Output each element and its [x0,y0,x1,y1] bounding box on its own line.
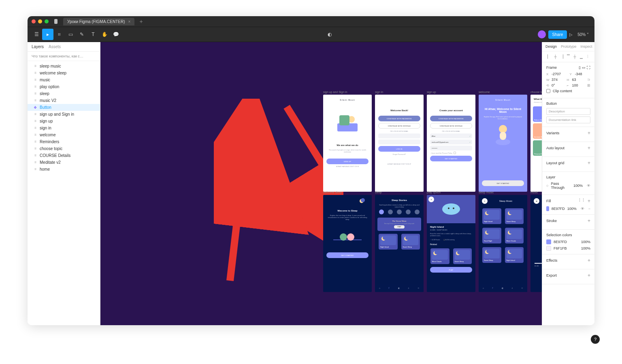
tab-prototype[interactable]: Prototype [561,44,577,51]
frame-w[interactable]: 374 [552,78,558,82]
fill-hex[interactable]: 8E97FD [552,207,565,211]
add-export-button[interactable]: + [588,273,590,278]
close-window-icon[interactable] [32,19,36,23]
minimize-window-icon[interactable] [38,19,42,23]
frame-radius[interactable]: 100 [572,83,578,87]
fill-visibility-icon[interactable]: 👁 [581,207,584,211]
user-avatar[interactable] [538,30,546,38]
add-stroke-button[interactable]: + [588,218,590,224]
button-component[interactable]: SIGN UP [222,180,257,186]
artboard-play-option[interactable]: play option ‹ Night Island 45 MIN · SLEE… [427,195,475,292]
color-profile-icon[interactable]: ◐ [324,29,335,40]
layer-sign-up-and-sign-in[interactable]: ⌗sign up and Sign in [28,111,100,118]
constrain-icon[interactable]: ⊃ [587,78,590,82]
fill-remove-icon[interactable]: − [588,207,590,211]
visibility-icon[interactable]: 👁 [587,184,590,188]
fill-swatch[interactable] [546,206,549,211]
artboard-welcome-sleep[interactable]: welcome sleep Wecome to Sleep Explore th… [323,195,372,292]
layer-music[interactable]: ⌗music [28,76,100,83]
comment-tool[interactable]: 💬 [110,29,121,40]
align-center-v-icon[interactable]: ┼ [572,54,577,59]
layer-section: Layer ○Pass Through100%👁 [542,172,594,195]
layer-home[interactable]: ⌗home [28,166,100,173]
add-tab-button[interactable]: + [139,18,143,25]
layer-course-details[interactable]: ⌗COURSE Details [28,152,100,159]
description-input[interactable]: Description [546,108,590,115]
clip-content-checkbox[interactable] [546,89,550,93]
file-tab[interactable]: Уроки Figma (FIGMA.CENTER) × [63,18,134,25]
tab-assets[interactable]: Assets [49,44,61,51]
layer-welcome-sleep[interactable]: ⌗welcome sleep [28,70,100,76]
hand-tool[interactable]: ✋ [99,29,110,40]
layer-sleep[interactable]: ⌗sleep [28,90,100,97]
rectangle-tool[interactable]: ▭ [65,29,76,40]
frame-y[interactable]: -348 [575,72,582,76]
frame-x[interactable]: -2707 [552,72,561,76]
selected-component[interactable]: Button SIGN UP 374 × 63 [222,180,257,186]
add-effect-button[interactable]: + [588,258,590,263]
artboard-sleep-music[interactable]: sleep music ‹Sleep Music Night Island Sw… [479,195,527,292]
layer-sleep-music[interactable]: ⌗sleep music [28,63,100,70]
layer-sign-in[interactable]: ⌗sign in [28,125,100,131]
share-button[interactable]: Share [548,30,567,39]
artboard-signin[interactable]: sign in Welcome Back! CONTINUE WITH FACE… [375,95,424,192]
artboard-signup-signin[interactable]: sign up and Sign in Silent Moon We are w… [323,95,372,192]
artboard-welcome[interactable]: welcome Silent Moon Hi Afsar, Welcome to… [479,95,527,192]
layer-sign-up[interactable]: ⌗sign up [28,118,100,125]
present-button[interactable]: ▷ [569,32,573,37]
help-button[interactable]: ? [591,335,600,341]
tab-design[interactable]: Design [545,44,557,51]
resize-handle-br[interactable] [255,184,258,187]
tab-layers[interactable]: Layers [32,44,44,51]
topic-card: Increase Happiness [533,123,542,139]
align-top-icon[interactable]: ▔ [566,54,571,59]
layer-play-option[interactable]: ⌗play option [28,83,100,90]
layer-reminders[interactable]: ⌗Reminders [28,138,100,145]
layer-music-v2[interactable]: ⌗music V2 [28,97,100,104]
artboard-sleep[interactable]: sleep Sleep Stories Soothing bedtime sto… [375,195,424,292]
artboard-choose-topic[interactable]: choose topic What Brings you to Silent M… [530,95,542,192]
align-left-icon[interactable]: ▏ [546,54,552,59]
svg-rect-8 [500,132,506,140]
artboard-music[interactable]: music × ♡⬇ Night Island SLEEP MUSIC ↺ ❚❚… [530,195,542,292]
maximize-window-icon[interactable] [45,19,49,23]
page-selector[interactable]: Что такое компоненты, как с… [28,52,100,61]
menu-button[interactable]: ☰ [31,29,42,40]
add-autolayout-button[interactable]: + [588,145,590,151]
frame-tool[interactable]: ⌗ [53,29,65,40]
layer-opacity[interactable]: 100% [573,184,583,188]
align-bottom-icon[interactable]: ▁ [578,54,584,59]
layer-button[interactable]: ❖Button [28,104,100,111]
tab-inspect[interactable]: Inspect [581,44,592,51]
align-center-h-icon[interactable]: ┼ [553,54,558,59]
fill-opacity[interactable]: 100% [567,207,577,211]
layer-meditate-v2[interactable]: ⌗Meditate v2 [28,159,100,166]
add-layoutgrid-button[interactable]: + [588,160,590,166]
layer-choose-topic[interactable]: ⌗choose topic [28,145,100,152]
resize-handle-tr[interactable] [255,178,258,181]
frame-fit-icon[interactable]: ⛶ [587,66,590,70]
distribute-icon[interactable]: ⋮ [585,54,590,59]
blend-mode[interactable]: Pass Through [551,182,571,190]
text-tool[interactable]: T [87,29,99,40]
pen-tool[interactable]: ✎ [76,29,87,40]
fill-style-icon[interactable]: ⋮⋮ [578,198,585,204]
frame-landscape-icon[interactable]: ▭ [582,66,586,70]
frame-rotation[interactable]: 0° [552,83,555,87]
add-variant-button[interactable]: + [588,130,590,136]
artboard-signup[interactable]: sign up Create your account CONTINUE WIT… [427,95,475,192]
zoom-level[interactable]: 50% ˅ [575,32,591,37]
doclink-input[interactable]: Documentation link [546,116,590,123]
add-fill-button[interactable]: + [588,198,590,204]
corners-icon[interactable]: ⊞ [587,83,590,87]
resize-handle-bl[interactable] [221,184,224,187]
artboard-grid: sign up and Sign in Silent Moon We are w… [323,95,542,292]
close-tab-icon[interactable]: × [128,19,131,24]
canvas[interactable]: Button SIGN UP 374 × 63 [100,42,542,325]
align-right-icon[interactable]: ▕ [559,54,565,59]
frame-portrait-icon[interactable]: ▯ [579,66,581,70]
frame-h[interactable]: 63 [572,78,576,82]
layer-welcome[interactable]: ⌗welcome [28,131,100,138]
move-tool[interactable]: ▸ [42,29,53,40]
svg-point-14 [453,207,454,209]
